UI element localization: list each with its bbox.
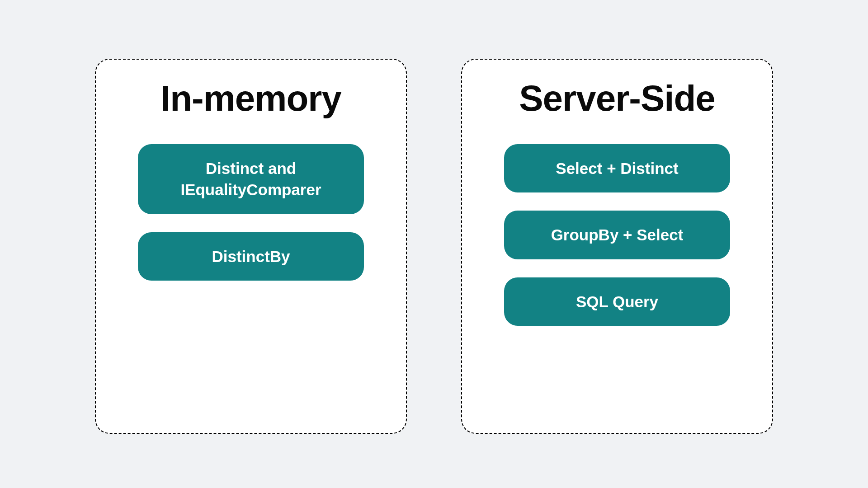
pill-groupby-select: GroupBy + Select — [504, 211, 730, 259]
panel-server-side: Server-Side Select + Distinct GroupBy + … — [461, 59, 773, 434]
pill-container-server-side: Select + Distinct GroupBy + Select SQL Q… — [487, 144, 747, 326]
pill-select-distinct: Select + Distinct — [504, 144, 730, 192]
pill-distinct-comparer: Distinct and IEqualityComparer — [138, 144, 364, 214]
pill-sql-query: SQL Query — [504, 277, 730, 326]
panel-title-in-memory: In-memory — [160, 78, 341, 119]
diagram-container: In-memory Distinct and IEqualityComparer… — [95, 59, 773, 434]
pill-container-in-memory: Distinct and IEqualityComparer DistinctB… — [121, 144, 381, 281]
pill-distinctby: DistinctBy — [138, 232, 364, 281]
panel-title-server-side: Server-Side — [519, 78, 715, 119]
panel-in-memory: In-memory Distinct and IEqualityComparer… — [95, 59, 407, 434]
